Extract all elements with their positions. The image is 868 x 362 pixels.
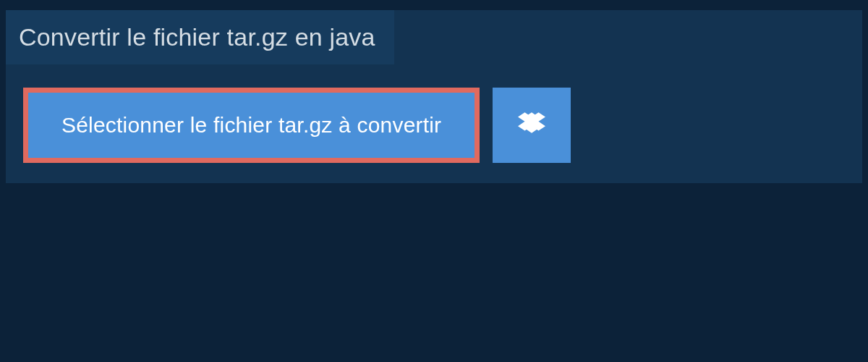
title-container: Convertir le fichier tar.gz en java: [6, 10, 394, 64]
select-file-label: Sélectionner le fichier tar.gz à convert…: [61, 113, 441, 138]
dropbox-icon: [518, 110, 545, 140]
dropbox-button[interactable]: [493, 88, 571, 163]
page-title: Convertir le fichier tar.gz en java: [19, 23, 375, 51]
actions-row: Sélectionner le fichier tar.gz à convert…: [23, 88, 862, 163]
converter-panel: Convertir le fichier tar.gz en java Séle…: [6, 10, 862, 183]
select-file-button[interactable]: Sélectionner le fichier tar.gz à convert…: [23, 88, 480, 163]
